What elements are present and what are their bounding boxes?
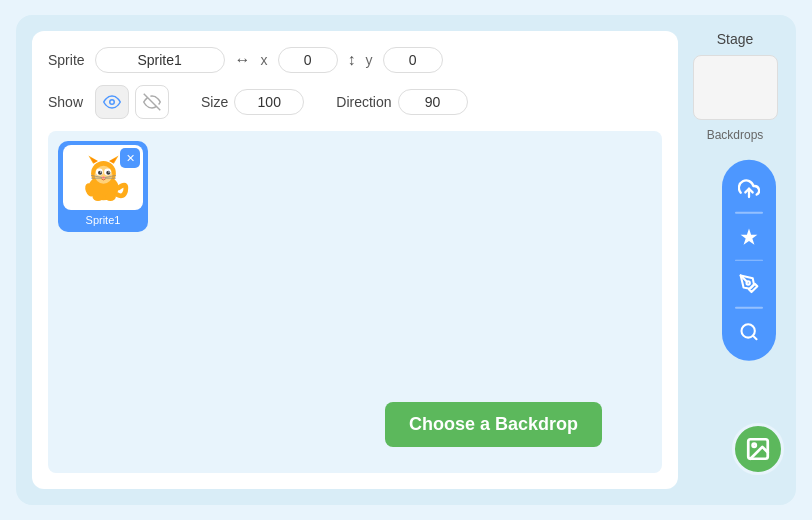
y-input[interactable]	[383, 47, 443, 73]
size-input[interactable]	[234, 89, 304, 115]
main-container: Sprite ↔ x ↕ y Show	[16, 15, 796, 505]
svg-point-24	[747, 281, 750, 284]
x-arrow-icon: ↔	[235, 51, 251, 69]
size-label: Size	[201, 94, 228, 110]
sprite-controls-row: Sprite ↔ x ↕ y	[48, 47, 662, 73]
show-hidden-button[interactable]	[135, 85, 169, 119]
main-fab-button[interactable]	[732, 423, 784, 475]
props-controls-row: Show Size	[48, 85, 662, 119]
show-label: Show	[48, 94, 83, 110]
main-panel: Sprite ↔ x ↕ y Show	[32, 31, 678, 489]
fab-column	[722, 160, 776, 361]
svg-line-26	[753, 335, 757, 339]
separator2	[735, 259, 763, 261]
stage-label: Stage	[690, 31, 780, 47]
sprite-name-input[interactable]	[95, 47, 225, 73]
sprite-label: Sprite	[48, 52, 85, 68]
svg-point-28	[753, 444, 756, 447]
svg-point-8	[94, 166, 112, 184]
svg-point-22	[104, 193, 115, 201]
svg-point-0	[110, 100, 115, 105]
y-arrow-icon: ↕	[348, 51, 356, 69]
sprite-card-inner: ✕	[63, 145, 143, 210]
paint-button[interactable]	[730, 265, 768, 303]
svg-point-21	[92, 193, 103, 201]
direction-section: Direction	[336, 89, 467, 115]
stage-preview[interactable]	[693, 55, 778, 120]
choose-backdrop-button[interactable]: Choose a Backdrop	[385, 402, 602, 447]
sprite-card[interactable]: ✕ Sprite1	[58, 141, 148, 232]
x-input[interactable]	[278, 47, 338, 73]
search-button[interactable]	[730, 312, 768, 350]
separator	[735, 212, 763, 214]
backdrops-label: Backdrops	[707, 128, 764, 142]
magic-button[interactable]	[730, 217, 768, 255]
direction-label: Direction	[336, 94, 391, 110]
upload-button[interactable]	[730, 170, 768, 208]
y-label: y	[366, 52, 373, 68]
x-label: x	[261, 52, 268, 68]
delete-sprite-button[interactable]: ✕	[120, 148, 140, 168]
svg-point-12	[106, 171, 110, 175]
sprite-canvas: ✕ Sprite1 Choose a Backdrop	[48, 131, 662, 473]
direction-input[interactable]	[398, 89, 468, 115]
sprite-card-label: Sprite1	[86, 214, 121, 226]
separator3	[735, 307, 763, 309]
size-section: Size	[201, 89, 304, 115]
show-visible-button[interactable]	[95, 85, 129, 119]
svg-point-11	[98, 171, 102, 175]
svg-point-15	[102, 176, 105, 178]
svg-point-14	[108, 171, 109, 172]
show-toggle-group	[95, 85, 169, 119]
svg-point-13	[100, 171, 101, 172]
